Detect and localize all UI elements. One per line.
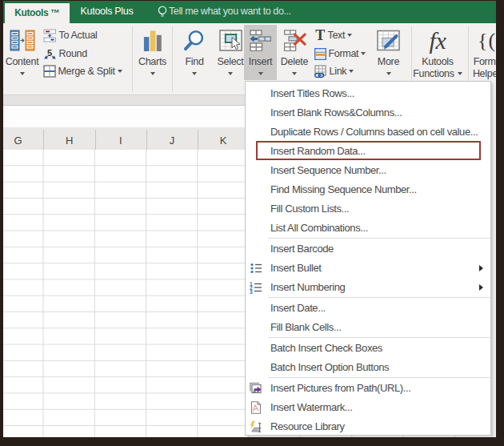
svg-text:3: 3 xyxy=(250,288,253,293)
